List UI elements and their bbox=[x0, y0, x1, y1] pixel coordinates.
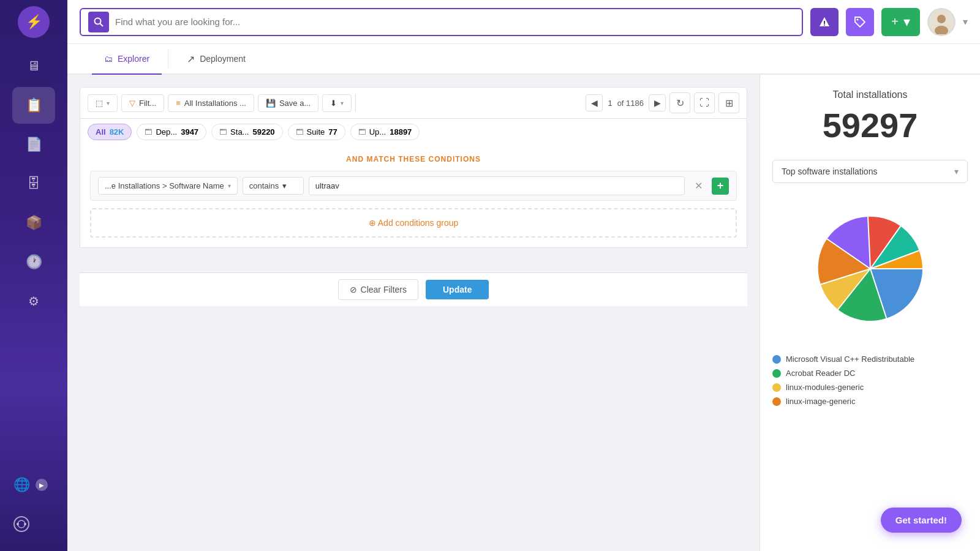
filter-tag-up[interactable]: 🗔 Up... 18897 bbox=[350, 124, 420, 140]
filter-tag-all[interactable]: All 82K bbox=[88, 124, 132, 140]
sidebar-item-packages[interactable]: 📦 bbox=[12, 204, 55, 241]
add-button[interactable]: + ▾ bbox=[881, 8, 920, 36]
tag-button[interactable] bbox=[846, 8, 874, 36]
chart-legend: Microsoft Visual C++ Redistributable Acr… bbox=[772, 354, 968, 423]
columns-button[interactable]: ⬚ ▾ bbox=[88, 94, 118, 112]
sidebar-item-history[interactable]: 🕐 bbox=[12, 244, 55, 280]
legend-dot-3 bbox=[772, 383, 781, 392]
sidebar-logo[interactable]: ⚡ bbox=[18, 6, 50, 38]
globe-icon: 🌐 bbox=[13, 477, 30, 493]
legend-label-3: linux-modules-generic bbox=[786, 383, 864, 392]
prev-page-button[interactable]: ◀ bbox=[586, 94, 603, 111]
alert-button[interactable] bbox=[810, 8, 839, 36]
left-panel: ⬚ ▾ ▽ Filt... ≡ All Installations ... 💾 … bbox=[67, 75, 760, 551]
sidebar-item-monitor[interactable]: 🖥 bbox=[12, 48, 55, 84]
clear-filters-button[interactable]: ⊘ Clear Filters bbox=[338, 279, 418, 300]
filter-tag-sta[interactable]: 🗔 Sta... 59220 bbox=[211, 124, 283, 140]
user-avatar[interactable] bbox=[927, 8, 956, 36]
layers-button[interactable]: ≡ All Installations ... bbox=[168, 94, 254, 112]
legend-label-1: Microsoft Visual C++ Redistributable bbox=[786, 354, 914, 364]
chart-type-dropdown[interactable]: Top software installations ▾ bbox=[772, 160, 968, 183]
suite-icon: 🗔 bbox=[296, 128, 303, 137]
tag-up-count: 18897 bbox=[390, 127, 412, 137]
chart-type-label: Top software installations bbox=[782, 167, 877, 176]
tasks-icon: 📄 bbox=[26, 137, 42, 152]
columns-icon: ⬚ bbox=[96, 99, 103, 108]
tab-explorer[interactable]: 🗂 Explorer bbox=[92, 44, 162, 75]
get-started-button[interactable]: Get started! bbox=[881, 508, 962, 533]
explorer-icon: 🗂 bbox=[104, 54, 113, 64]
condition-field-select[interactable]: ...e Installations > Software Name ▾ bbox=[98, 177, 238, 195]
filter-tag-suite[interactable]: 🗔 Suite 77 bbox=[288, 124, 345, 140]
toolbar: ⬚ ▾ ▽ Filt... ≡ All Installations ... 💾 … bbox=[80, 87, 747, 119]
help-icon bbox=[13, 515, 30, 533]
condition-add-button[interactable]: + bbox=[712, 178, 729, 195]
grid-icon: ⊞ bbox=[725, 97, 733, 109]
sidebar-item-tasks[interactable]: 📄 bbox=[12, 126, 55, 163]
sta-icon: 🗔 bbox=[219, 128, 227, 137]
monitor-icon: 🖥 bbox=[27, 58, 40, 74]
tab-deployment[interactable]: ↗ Deployment bbox=[175, 44, 258, 75]
refresh-icon: ↻ bbox=[676, 97, 684, 109]
legend-dot-4 bbox=[772, 397, 781, 406]
download-button[interactable]: ⬇ ▾ bbox=[322, 94, 352, 112]
page-current: 1 bbox=[608, 99, 612, 108]
tag-dep-label: Dep... bbox=[156, 127, 177, 137]
tag-sta-label: Sta... bbox=[230, 127, 249, 137]
condition-operator-label: contains bbox=[249, 181, 279, 190]
update-button[interactable]: Update bbox=[426, 280, 489, 299]
up-icon: 🗔 bbox=[358, 128, 366, 137]
settings-icon: ⚙ bbox=[28, 294, 39, 309]
tab-divider bbox=[168, 50, 168, 68]
sidebar-item-database[interactable]: 🗄 bbox=[12, 165, 55, 202]
field-caret-icon: ▾ bbox=[228, 182, 231, 189]
grid-view-button[interactable]: ⊞ bbox=[718, 92, 739, 113]
tag-up-label: Up... bbox=[369, 127, 386, 137]
refresh-button[interactable]: ↻ bbox=[669, 92, 690, 113]
right-panel: Total installations 59297 Top software i… bbox=[760, 75, 980, 551]
next-page-button[interactable]: ▶ bbox=[649, 94, 666, 111]
condition-remove-button[interactable]: ✕ bbox=[690, 178, 707, 195]
get-started-label: Get started! bbox=[895, 515, 947, 525]
condition-operator-select[interactable]: contains ▾ bbox=[243, 177, 304, 195]
expand-icon: ▶ bbox=[36, 479, 48, 491]
save-label: Save a... bbox=[279, 99, 311, 108]
legend-item-1: Microsoft Visual C++ Redistributable bbox=[772, 354, 968, 364]
filter-tag-dep[interactable]: 🗔 Dep... 3947 bbox=[137, 124, 206, 140]
sidebar-item-help[interactable] bbox=[0, 506, 43, 542]
download-dropdown-icon: ▾ bbox=[341, 100, 344, 107]
sidebar-item-settings[interactable]: ⚙ bbox=[12, 283, 55, 320]
main-content: + ▾ ▾ 🗂 Explorer ↗ Deployment ⬚ ▾ bbox=[67, 0, 980, 551]
condition-value-input[interactable] bbox=[309, 176, 685, 195]
search-icon bbox=[88, 12, 109, 32]
search-input[interactable] bbox=[115, 17, 794, 27]
bottom-bar: ⊘ Clear Filters Update bbox=[80, 272, 747, 306]
add-dropdown-icon: ▾ bbox=[903, 14, 910, 30]
plus-icon: + bbox=[891, 15, 899, 29]
chart-dropdown-caret-icon: ▾ bbox=[954, 167, 959, 176]
tag-sta-count: 59220 bbox=[252, 127, 274, 137]
legend-label-2: Acrobat Reader DC bbox=[786, 369, 855, 378]
sidebar-item-globe[interactable]: 🌐 ▶ bbox=[0, 467, 43, 503]
download-icon: ⬇ bbox=[330, 99, 337, 108]
add-conditions-group-button[interactable]: ⊕ Add conditions group bbox=[90, 208, 737, 238]
svg-point-4 bbox=[95, 18, 101, 24]
tab-explorer-label: Explorer bbox=[118, 54, 149, 64]
filter-icon: ▽ bbox=[129, 99, 135, 108]
user-dropdown-icon[interactable]: ▾ bbox=[963, 16, 968, 28]
sidebar: ⚡ 🖥 📋 📄 🗄 📦 🕐 ⚙ 🌐 ▶ bbox=[0, 0, 67, 551]
filter-button[interactable]: ▽ Filt... bbox=[121, 94, 164, 112]
legend-dot-2 bbox=[772, 369, 781, 378]
pie-chart-container bbox=[772, 195, 968, 342]
pagination: ◀ 1 of 1186 ▶ bbox=[586, 94, 666, 111]
sidebar-item-inventory[interactable]: 📋 bbox=[12, 87, 55, 124]
svg-point-3 bbox=[24, 523, 26, 525]
fullscreen-button[interactable]: ⛶ bbox=[694, 92, 715, 113]
filter-clear-icon: ⊘ bbox=[350, 285, 357, 294]
content-area: ⬚ ▾ ▽ Filt... ≡ All Installations ... 💾 … bbox=[67, 75, 980, 551]
svg-point-10 bbox=[937, 15, 946, 23]
search-container bbox=[80, 8, 803, 36]
database-icon: 🗄 bbox=[27, 176, 40, 192]
total-installations-value: 59297 bbox=[772, 105, 968, 145]
save-button[interactable]: 💾 Save a... bbox=[258, 94, 318, 112]
